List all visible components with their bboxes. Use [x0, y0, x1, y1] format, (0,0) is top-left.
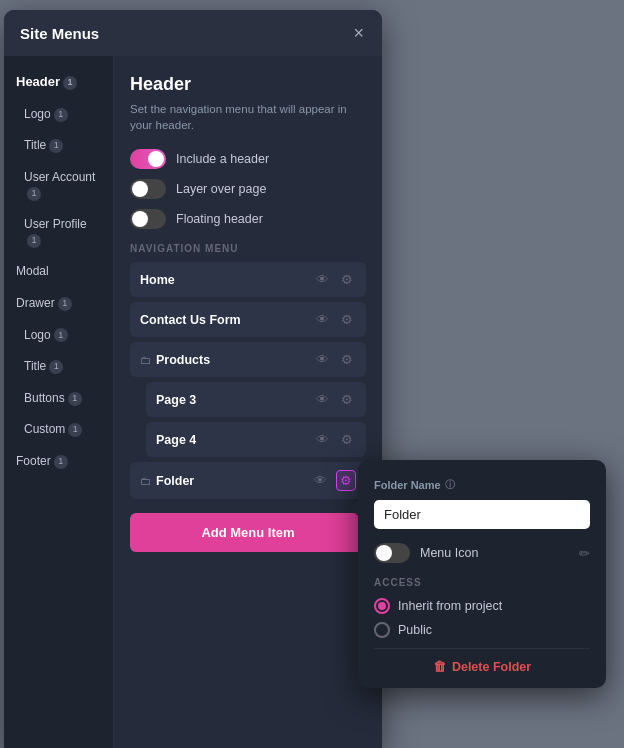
nav-item-folder-actions: 👁 ⚙: [311, 470, 356, 491]
nav-item-page3-gear[interactable]: ⚙: [338, 390, 356, 409]
nav-item-home-gear[interactable]: ⚙: [338, 270, 356, 289]
radio-public-label: Public: [398, 623, 432, 637]
delete-folder-button[interactable]: 🗑 Delete Folder: [374, 648, 590, 674]
folder-icon-folder: 🗀: [140, 475, 151, 487]
nav-item-home-actions: 👁 ⚙: [313, 270, 356, 289]
section-title: Header: [130, 74, 366, 95]
access-label: ACCESS: [374, 577, 590, 588]
close-button[interactable]: ×: [351, 24, 366, 42]
include-header-label: Include a header: [176, 152, 269, 166]
radio-public-row[interactable]: Public: [374, 622, 590, 638]
nav-item-page3-eye[interactable]: 👁: [313, 390, 332, 409]
sidebar-item-title[interactable]: Title1: [4, 130, 113, 162]
nav-item-page3-label: Page 3: [156, 393, 313, 407]
nav-item-page4-eye[interactable]: 👁: [313, 430, 332, 449]
nav-item-products-eye[interactable]: 👁: [313, 350, 332, 369]
sidebar-item-drawer[interactable]: Drawer1: [4, 288, 113, 320]
nav-item-products-actions: 👁 ⚙: [313, 350, 356, 369]
floating-header-toggle[interactable]: [130, 209, 166, 229]
sidebar-item-user-account[interactable]: User Account1: [4, 162, 113, 209]
sidebar-item-logo[interactable]: Logo1: [4, 99, 113, 131]
nav-item-page3-actions: 👁 ⚙: [313, 390, 356, 409]
nav-item-home-eye[interactable]: 👁: [313, 270, 332, 289]
sidebar-badge: 1: [68, 392, 82, 406]
nav-item-page3[interactable]: Page 3 👁 ⚙: [146, 382, 366, 417]
sidebar-badge: 1: [54, 328, 68, 342]
sidebar-item-user-profile[interactable]: User Profile1: [4, 209, 113, 256]
sidebar-item-modal[interactable]: Modal: [4, 256, 113, 288]
layer-over-page-row: Layer over page: [130, 179, 366, 199]
nav-item-folder-eye[interactable]: 👁: [311, 471, 330, 490]
radio-inherit-row[interactable]: Inherit from project: [374, 598, 590, 614]
include-header-toggle[interactable]: [130, 149, 166, 169]
nav-item-folder-label: Folder: [156, 474, 311, 488]
nav-item-page4-actions: 👁 ⚙: [313, 430, 356, 449]
folder-icon-products: 🗀: [140, 354, 151, 366]
nav-item-contact-actions: 👁 ⚙: [313, 310, 356, 329]
folder-name-input[interactable]: [374, 500, 590, 529]
radio-inherit-label: Inherit from project: [398, 599, 502, 613]
sidebar-badge: 1: [49, 139, 63, 153]
sidebar-item-buttons[interactable]: Buttons1: [4, 383, 113, 415]
sidebar-badge: 1: [63, 76, 77, 90]
sidebar-badge: 1: [68, 423, 82, 437]
edit-icon[interactable]: ✏: [579, 546, 590, 561]
site-menus-modal: Site Menus × Header1Logo1Title1User Acco…: [4, 10, 382, 748]
menu-icon-label: Menu Icon: [420, 546, 569, 560]
menu-icon-toggle-row: Menu Icon ✏: [374, 543, 590, 563]
nav-item-contact[interactable]: Contact Us Form 👁 ⚙: [130, 302, 366, 337]
nav-item-contact-gear[interactable]: ⚙: [338, 310, 356, 329]
nav-menu-label: NAVIGATION MENU: [130, 243, 366, 254]
nav-item-contact-eye[interactable]: 👁: [313, 310, 332, 329]
nav-item-products[interactable]: 🗀 Products 👁 ⚙: [130, 342, 366, 377]
folder-name-label: Folder Name ⓘ: [374, 478, 590, 492]
sidebar-item-header[interactable]: Header1: [4, 66, 113, 99]
radio-public[interactable]: [374, 622, 390, 638]
sidebar-badge: 1: [54, 455, 68, 469]
sidebar-badge: 1: [54, 108, 68, 122]
sidebar-item-logo[interactable]: Logo1: [4, 320, 113, 352]
include-header-row: Include a header: [130, 149, 366, 169]
layer-over-page-toggle[interactable]: [130, 179, 166, 199]
trash-icon: 🗑: [433, 659, 446, 674]
info-icon: ⓘ: [445, 478, 455, 492]
delete-folder-label: Delete Folder: [452, 660, 531, 674]
sidebar: Header1Logo1Title1User Account1User Prof…: [4, 56, 114, 748]
nav-item-home[interactable]: Home 👁 ⚙: [130, 262, 366, 297]
sidebar-badge: 1: [58, 297, 72, 311]
nav-item-products-gear[interactable]: ⚙: [338, 350, 356, 369]
radio-inherit[interactable]: [374, 598, 390, 614]
modal-header: Site Menus ×: [4, 10, 382, 56]
nav-item-page4-gear[interactable]: ⚙: [338, 430, 356, 449]
nav-item-folder-gear[interactable]: ⚙: [336, 470, 356, 491]
nav-item-page4[interactable]: Page 4 👁 ⚙: [146, 422, 366, 457]
nav-item-products-label: Products: [156, 353, 313, 367]
sidebar-badge: 1: [49, 360, 63, 374]
modal-body: Header1Logo1Title1User Account1User Prof…: [4, 56, 382, 748]
section-desc: Set the navigation menu that will appear…: [130, 101, 366, 133]
main-content: Header Set the navigation menu that will…: [114, 56, 382, 748]
sidebar-item-custom[interactable]: Custom1: [4, 414, 113, 446]
floating-header-row: Floating header: [130, 209, 366, 229]
nav-item-page4-label: Page 4: [156, 433, 313, 447]
sidebar-item-title[interactable]: Title1: [4, 351, 113, 383]
sidebar-badge: 1: [27, 234, 41, 248]
folder-settings-popup: Folder Name ⓘ Menu Icon ✏ ACCESS Inherit…: [358, 460, 606, 688]
modal-title: Site Menus: [20, 25, 99, 42]
floating-header-label: Floating header: [176, 212, 263, 226]
layer-over-page-label: Layer over page: [176, 182, 266, 196]
add-menu-item-button[interactable]: Add Menu Item: [130, 513, 366, 552]
sidebar-item-footer[interactable]: Footer1: [4, 446, 113, 478]
nav-item-home-label: Home: [140, 273, 313, 287]
nav-item-contact-label: Contact Us Form: [140, 313, 313, 327]
menu-icon-toggle[interactable]: [374, 543, 410, 563]
sidebar-badge: 1: [27, 187, 41, 201]
nav-item-folder[interactable]: 🗀 Folder 👁 ⚙: [130, 462, 366, 499]
